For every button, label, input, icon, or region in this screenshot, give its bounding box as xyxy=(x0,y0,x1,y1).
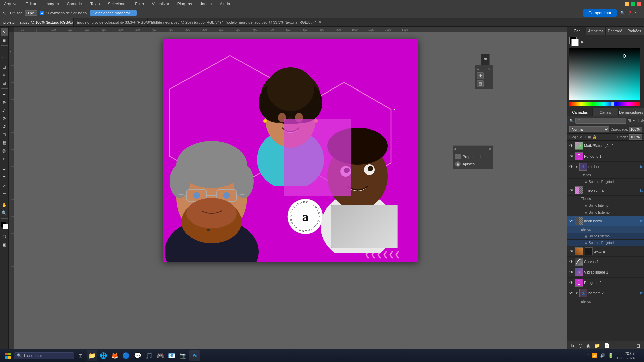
taskbar-search[interactable]: 🔍 Pesquisar xyxy=(14,352,74,359)
menu-visualizar[interactable]: Visualizar xyxy=(151,1,171,7)
background-color[interactable] xyxy=(3,224,8,229)
fp2-close-icon[interactable]: ✕ xyxy=(489,147,491,151)
brush-tool[interactable]: 🖌 xyxy=(1,107,8,114)
lock-pixels-icon[interactable]: ⊘ xyxy=(579,135,582,139)
new-group-button[interactable]: 📁 xyxy=(593,342,601,349)
eraser-tool[interactable]: ◻ xyxy=(1,131,8,138)
fp1-grid-button[interactable]: ▦ xyxy=(477,80,484,87)
filter-icon-4[interactable]: ⊕ xyxy=(641,118,644,123)
blur-tool[interactable]: ◎ xyxy=(1,147,8,154)
fp2-properties-item[interactable]: ⊞ Propriedad... xyxy=(454,153,491,160)
layer-fx-homem2[interactable]: fx xyxy=(640,291,643,295)
crop-tool[interactable]: ⌗ xyxy=(1,71,8,79)
layer-eye-vibrabilidade[interactable]: 👁 xyxy=(569,270,574,275)
delete-layer-button[interactable]: 🗑 xyxy=(635,342,642,349)
layer-fx-neon-cima[interactable]: fx xyxy=(640,189,643,192)
quick-mask-tool[interactable]: ⬡ xyxy=(1,233,8,240)
color-tab-degrade[interactable]: Degradê xyxy=(606,27,625,35)
fp1-expand-icon[interactable]: » xyxy=(477,67,479,71)
layer-eye-neon-baixo[interactable]: 👁 xyxy=(569,219,574,223)
menu-editar[interactable]: Editar xyxy=(24,1,38,7)
taskbar-app-game[interactable]: 🎮 xyxy=(155,350,166,361)
layer-eye-neon-cima[interactable]: 👁 xyxy=(569,188,574,193)
add-mask-button[interactable]: ⬡ xyxy=(577,342,584,349)
color-hue-slider[interactable] xyxy=(569,102,640,106)
history-brush-tool[interactable]: ↺ xyxy=(1,123,8,130)
layer-eye-textura[interactable]: 👁 xyxy=(569,249,574,254)
layer-effect-sombra-mulher[interactable]: ◉ Sombra Projetada xyxy=(567,179,644,185)
zoom-tool[interactable]: 🔍 xyxy=(1,209,8,217)
add-adjustment-button[interactable]: ◉ xyxy=(585,342,592,349)
layer-item-homem2-group[interactable]: 👁 ▼ 👤 homem 2 fx xyxy=(567,288,644,298)
fp2-adjustments-item[interactable]: ◉ Ajustes xyxy=(454,160,491,168)
layer-effect-brilho-externo-neon-cima[interactable]: ◉ Brilho Externo xyxy=(567,209,644,216)
taskbar-app-ps[interactable]: Ps xyxy=(189,350,200,361)
layer-eye-matiz[interactable]: 👁 xyxy=(569,143,574,148)
filter-icon-3[interactable]: T xyxy=(637,118,639,123)
move-tool[interactable]: ↖ xyxy=(1,28,8,36)
layer-item-matiz-saturacao[interactable]: 👁 HS Matiz/Saturação 2 xyxy=(567,141,644,151)
taskbar-app-firefox[interactable]: 🦊 xyxy=(109,350,120,361)
help-icon[interactable]: ❓ xyxy=(628,11,632,15)
fg-bg-swatches[interactable] xyxy=(569,37,579,46)
tray-sound-icon[interactable]: 🔊 xyxy=(600,353,605,358)
taskbar-app-explorer[interactable]: 📁 xyxy=(87,350,97,361)
tray-up-arrow[interactable]: ⌃ xyxy=(587,354,589,357)
layer-item-poligono1[interactable]: 👁 Polígono 1 xyxy=(567,151,644,162)
color-tab-padroes[interactable]: Padrões xyxy=(625,27,644,35)
layer-eye-homem2[interactable]: 👁 xyxy=(569,291,574,295)
fp2-expand-icon[interactable]: » xyxy=(454,147,457,151)
tab-0[interactable]: projeto final.psd @ 100% (textura, RGB/8… xyxy=(0,18,74,26)
filter-icon-2[interactable]: ✒ xyxy=(632,118,636,123)
layer-item-curvas[interactable]: 👁 Curvas 1 xyxy=(567,257,644,267)
diffusion-input[interactable] xyxy=(25,10,37,16)
opacity-input[interactable] xyxy=(629,127,642,132)
layer-blend-mode-select[interactable]: Normal Multiply Screen xyxy=(569,126,609,132)
frame-tool[interactable]: ⊞ xyxy=(1,79,8,87)
fp1-sparkle-button[interactable]: ✦ xyxy=(477,72,484,79)
layer-effects-header-neon-baixo[interactable]: Efeitos xyxy=(567,226,644,233)
clone-stamp-tool[interactable]: ⊗ xyxy=(1,115,8,122)
layer-effect-brilho-interno-neon-cima[interactable]: ◉ Brilho Interno xyxy=(567,202,644,209)
layer-item-mulher-group[interactable]: 👁 ▼ 👤 mulher fx xyxy=(567,162,644,172)
object-select-tool[interactable]: ⊡ xyxy=(1,63,8,71)
layer-item-neon-baixo[interactable]: 👁 neon baixo fx xyxy=(567,216,644,226)
layers-tab-camadas[interactable]: Camadas xyxy=(567,108,593,116)
search-icon[interactable]: 🔍 xyxy=(620,11,625,15)
marquee-tool[interactable]: ▢ xyxy=(1,47,8,55)
taskbar-search-label[interactable]: Pesquisar xyxy=(24,353,42,358)
lock-position-icon[interactable]: ✛ xyxy=(584,135,587,139)
layer-eye-mulher[interactable]: 👁 xyxy=(569,164,574,169)
type-tool[interactable]: T xyxy=(1,174,8,181)
pen-tool[interactable]: ✒ xyxy=(1,166,8,173)
fp1-close-icon[interactable]: ✕ xyxy=(488,67,491,71)
layer-effects-header-neon-cima[interactable]: Efeitos xyxy=(567,196,644,202)
lock-all-icon[interactable]: 🔒 xyxy=(592,135,597,139)
taskbar-app-outlook[interactable]: 📧 xyxy=(166,350,177,361)
color-tab-amostras[interactable]: Amostras xyxy=(586,27,605,35)
layer-effects-header-homem2[interactable]: Efeitos xyxy=(567,298,644,305)
lasso-tool[interactable]: ⌒ xyxy=(1,55,8,63)
task-view-button[interactable]: ⊞ xyxy=(75,350,86,361)
layers-tab-demarcadores[interactable]: Demarcadores xyxy=(619,108,644,116)
tray-battery-icon[interactable]: 🔋 xyxy=(608,353,613,358)
artboard-tool[interactable]: ▣ xyxy=(1,36,8,44)
healing-tool[interactable]: ⊕ xyxy=(1,99,8,106)
taskbar-app-spotify[interactable]: 🎵 xyxy=(144,350,154,361)
layers-tab-canais[interactable]: Canais xyxy=(593,108,618,116)
fill-input[interactable] xyxy=(629,134,642,140)
gradient-tool[interactable]: ▦ xyxy=(1,139,8,146)
menu-selecionar[interactable]: Selecionar xyxy=(106,1,128,7)
maximize-button[interactable] xyxy=(631,2,635,6)
dodge-tool[interactable]: ○ xyxy=(1,155,8,162)
taskbar-app-edge[interactable]: 🌐 xyxy=(98,350,109,361)
share-button[interactable]: Compartilhar xyxy=(583,9,617,17)
layer-effect-sombra-neon-baixo[interactable]: ◉ Sombra Projetada xyxy=(567,240,644,246)
taskbar-app-chrome[interactable]: 🔵 xyxy=(121,350,131,361)
menu-texto[interactable]: Texto xyxy=(89,1,101,7)
screen-mode-tool[interactable]: ▣ xyxy=(1,241,8,248)
minimize-button[interactable] xyxy=(625,2,629,6)
new-layer-button[interactable]: 📄 xyxy=(603,342,611,349)
shape-tool[interactable]: ▭ xyxy=(1,190,8,197)
canvas-scroll[interactable]: ❮❮❮❮❮❮ xyxy=(14,32,567,350)
